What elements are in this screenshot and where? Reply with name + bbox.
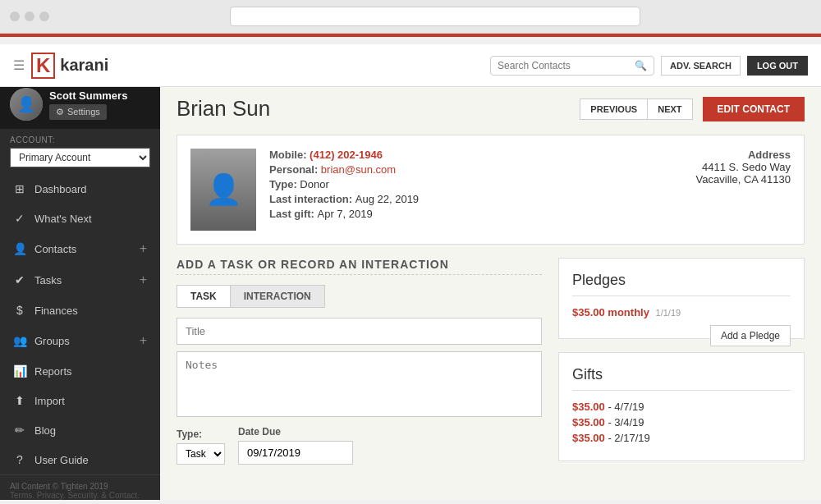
contact-info-section: 👤 Mobile: (412) 202-1946 Personal: brian… [177, 135, 805, 245]
app-logo: K karani [31, 53, 108, 79]
address-line1: 4411 S. Sedo Way [696, 161, 791, 173]
main-content: Brian Sun PREVIOUS NEXT EDIT CONTACT 👤 M… [160, 80, 821, 500]
gift-item-2: $35.00 - 3/4/19 [572, 416, 791, 428]
address-line2: Vacaville, CA 41130 [696, 173, 791, 186]
browser-dot-2 [25, 11, 34, 21]
gift-date-2: - 3/4/19 [608, 416, 644, 428]
dashboard-icon: ⊞ [13, 182, 26, 195]
sidebar-item-label: Finances [34, 305, 78, 317]
pledges-section: Pledges $35.00 monthly 1/1/19 Add a Pled… [558, 258, 805, 339]
sidebar-item-blog[interactable]: ✏ Blog [0, 415, 160, 445]
sidebar-item-label: Contacts [34, 243, 76, 255]
last-interaction-label: Last interaction: [269, 193, 355, 205]
form-row: Type: Task Date Due [177, 426, 542, 465]
mobile-label: Mobile: [269, 149, 310, 161]
tasks-icon: ✔ [13, 273, 26, 286]
gifts-section: Gifts $35.00 - 4/7/19 $35.00 - 3/4/19 $3… [558, 352, 805, 461]
footer-links[interactable]: Terms. Privacy. Security. & Contact. [10, 491, 150, 500]
pledge-amount: $35.00 monthly [572, 306, 649, 318]
contact-nav-buttons: PREVIOUS NEXT EDIT CONTACT [580, 97, 805, 121]
sidebar-item-label: User Guide [34, 454, 89, 466]
sidebar-item-label: Reports [34, 365, 72, 378]
contact-last-gift: Apr 7, 2019 [318, 208, 373, 220]
address-label: Address [696, 149, 791, 161]
sidebar: 👤 Scott Summers ⚙ Settings ACCOUNT: Prim… [0, 80, 160, 500]
groups-plus-icon[interactable]: + [140, 333, 147, 348]
pledges-title: Pledges [572, 272, 626, 289]
contact-details: Mobile: (412) 202-1946 Personal: brian@s… [269, 149, 683, 231]
contact-email[interactable]: brian@sun.com [321, 163, 396, 176]
sidebar-item-reports[interactable]: 📊 Reports [0, 356, 160, 386]
add-pledge-button[interactable]: Add a Pledge [710, 325, 791, 346]
sidebar-user-name: Scott Summers [49, 89, 127, 102]
tasks-plus-icon[interactable]: + [140, 273, 147, 287]
contact-name: Brian Sun [177, 96, 270, 121]
tab-buttons: TASK INTERACTION [177, 285, 542, 308]
gift-amount-2: $35.00 [572, 416, 605, 428]
type-label: Type: [177, 428, 225, 440]
app-body: 👤 Scott Summers ⚙ Settings ACCOUNT: Prim… [0, 37, 821, 500]
gift-item-1: $35.00 - 4/7/19 [572, 401, 791, 413]
sidebar-item-finances[interactable]: $ Finances [0, 296, 160, 325]
sidebar-user-info: Scott Summers ⚙ Settings [49, 89, 127, 120]
previous-button[interactable]: PREVIOUS [580, 99, 647, 120]
contact-header: Brian Sun PREVIOUS NEXT EDIT CONTACT [177, 96, 805, 121]
notes-textarea[interactable] [177, 351, 542, 417]
task-section-header: ADD A TASK OR RECORD AN INTERACTION [177, 258, 542, 275]
pledge-item: $35.00 monthly 1/1/19 [572, 306, 791, 318]
sidebar-footer: All Content © Tighten 2019 Terms. Privac… [0, 474, 160, 500]
date-due-group: Date Due [238, 426, 353, 465]
adv-search-button[interactable]: ADV. SEARCH [661, 56, 741, 76]
edit-contact-button[interactable]: EDIT CONTACT [703, 97, 805, 121]
blog-icon: ✏ [13, 424, 26, 437]
settings-button[interactable]: ⚙ Settings [49, 104, 107, 120]
gifts-title: Gifts [572, 366, 791, 391]
contact-address: Address 4411 S. Sedo Way Vacaville, CA 4… [696, 149, 791, 231]
type-select[interactable]: Task [177, 443, 225, 465]
whats-next-icon: ✓ [13, 212, 26, 225]
hamburger-icon[interactable]: ☰ [13, 57, 25, 73]
sidebar-item-contacts[interactable]: 👤 Contacts + [0, 233, 160, 264]
left-column: ADD A TASK OR RECORD AN INTERACTION TASK… [177, 258, 542, 474]
contacts-plus-icon[interactable]: + [140, 241, 147, 256]
type-label: Type: [269, 178, 300, 190]
title-input[interactable] [177, 318, 542, 345]
search-input[interactable] [498, 60, 635, 71]
date-due-label: Date Due [238, 426, 353, 438]
next-button[interactable]: NEXT [647, 99, 692, 120]
contacts-icon: 👤 [13, 242, 26, 255]
gift-date-1: - 4/7/19 [608, 401, 644, 413]
logout-button[interactable]: LOG OUT [747, 56, 808, 76]
logo-k-icon: K [31, 53, 55, 79]
account-label: ACCOUNT: [10, 135, 150, 144]
import-icon: ⬆ [13, 394, 26, 407]
tab-interaction[interactable]: INTERACTION [230, 285, 325, 308]
gift-amount-3: $35.00 [572, 432, 605, 444]
tab-task[interactable]: TASK [177, 285, 230, 308]
footer-copyright: All Content © Tighten 2019 [10, 482, 150, 491]
account-select[interactable]: Primary Account [10, 148, 150, 167]
sidebar-item-dashboard[interactable]: ⊞ Dashboard [0, 174, 160, 204]
sidebar-item-tasks[interactable]: ✔ Tasks + [0, 264, 160, 296]
sidebar-item-whats-next[interactable]: ✓ What's Next [0, 204, 160, 233]
gear-icon: ⚙ [56, 107, 64, 117]
contact-mobile: (412) 202-1946 [310, 149, 383, 161]
last-gift-label: Last gift: [269, 208, 318, 220]
gift-date-3: - 2/17/19 [608, 432, 649, 444]
sidebar-item-groups[interactable]: 👥 Groups + [0, 325, 160, 356]
sidebar-item-label: Groups [34, 335, 70, 347]
pledge-date: 1/1/19 [656, 308, 681, 318]
contact-photo: 👤 [190, 149, 256, 231]
user-guide-icon: ? [13, 453, 26, 466]
browser-dots [10, 11, 49, 21]
personal-label: Personal: [269, 163, 321, 176]
sidebar-item-user-guide[interactable]: ? User Guide [0, 445, 160, 474]
app-header: ☰ K karani 🔍 ADV. SEARCH LOG OUT [0, 44, 821, 87]
browser-url-bar[interactable] [230, 7, 640, 26]
reports-icon: 📊 [13, 364, 26, 378]
browser-dot-1 [10, 11, 20, 21]
sidebar-item-import[interactable]: ⬆ Import [0, 386, 160, 415]
sidebar-item-label: What's Next [34, 213, 92, 225]
header-right: 🔍 ADV. SEARCH LOG OUT [490, 56, 808, 76]
date-due-input[interactable] [238, 441, 353, 465]
